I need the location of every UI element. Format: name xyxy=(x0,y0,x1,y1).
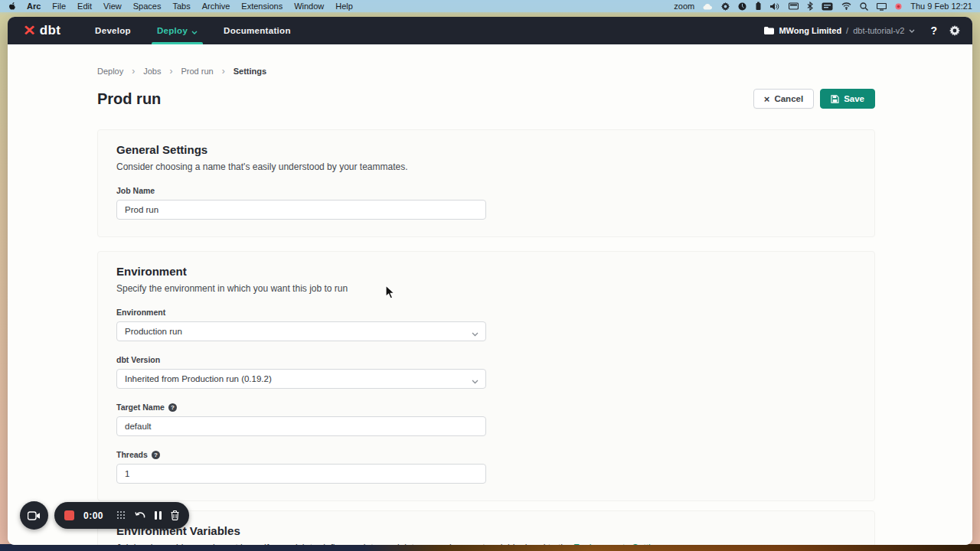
save-button[interactable]: Save xyxy=(820,89,875,109)
nav-deploy-label: Deploy xyxy=(157,26,188,35)
chevron-down-icon xyxy=(472,329,479,338)
breadcrumb: Deploy › Jobs › Prod run › Settings xyxy=(97,44,875,76)
do-not-disturb-icon[interactable] xyxy=(738,2,746,11)
target-name-help-icon[interactable]: ? xyxy=(168,403,177,412)
dbt-brand-name: dbt xyxy=(40,23,60,38)
cloud-icon[interactable] xyxy=(703,2,713,11)
account-switcher[interactable]: MWong Limited / dbt-tutorial-v2 xyxy=(764,26,915,35)
target-name-value: default xyxy=(125,422,152,431)
job-name-label: Job Name xyxy=(116,186,155,195)
environment-select-value: Production run xyxy=(125,327,182,336)
environment-variables-card: Environment Variables Job level override… xyxy=(97,510,875,545)
general-settings-description: Consider choosing a name that's easily u… xyxy=(116,161,856,172)
account-project: dbt-tutorial-v2 xyxy=(853,26,904,35)
dbt-version-value: Inherited from Production run (0.19.2) xyxy=(125,374,272,383)
environment-variables-description: Job level overrides can be set here. If … xyxy=(116,543,856,545)
target-name-input[interactable]: default xyxy=(116,416,486,436)
target-name-label: Target Name xyxy=(116,403,165,412)
general-settings-card: General Settings Consider choosing a nam… xyxy=(97,129,875,237)
save-button-label: Save xyxy=(844,94,864,103)
environment-description: Specify the environment in which you wan… xyxy=(116,283,856,294)
menubar-app-name[interactable]: Arc xyxy=(27,2,41,11)
dbt-brand[interactable]: ✕ dbt xyxy=(23,23,60,38)
gear-status-icon[interactable] xyxy=(721,2,730,11)
input-source-icon[interactable] xyxy=(822,2,833,11)
desktop-screen: Arc File Edit View Spaces Tabs Archive E… xyxy=(0,0,980,551)
menubar-clock[interactable]: Thu 9 Feb 12:21 xyxy=(910,2,972,11)
environment-select[interactable]: Production run xyxy=(116,321,486,341)
camera-toggle-button[interactable] xyxy=(20,501,48,530)
menubar-item-file[interactable]: File xyxy=(52,2,66,11)
environment-heading: Environment xyxy=(116,265,856,278)
page-title: Prod run xyxy=(97,90,161,108)
dbt-version-select[interactable]: Inherited from Production run (0.19.2) xyxy=(116,369,486,389)
nav-deploy[interactable]: Deploy xyxy=(144,17,211,44)
breadcrumb-prod-run[interactable]: Prod run xyxy=(181,67,214,76)
sidecar-icon[interactable] xyxy=(877,2,887,11)
chevron-down-icon xyxy=(909,26,915,35)
bluetooth-icon[interactable] xyxy=(807,2,813,11)
nav-develop-label: Develop xyxy=(95,26,131,35)
chevron-right-icon: › xyxy=(132,67,135,76)
environments-settings-link[interactable]: Environments Settings xyxy=(573,543,665,545)
breadcrumb-jobs[interactable]: Jobs xyxy=(143,67,161,76)
folder-icon xyxy=(764,26,774,35)
threads-value: 1 xyxy=(125,469,129,478)
nav-documentation-label: Documentation xyxy=(224,26,291,35)
apple-menu-icon[interactable] xyxy=(8,2,15,11)
menubar-item-spaces[interactable]: Spaces xyxy=(133,2,162,11)
menubar-item-window[interactable]: Window xyxy=(294,2,324,11)
battery-icon[interactable] xyxy=(755,2,762,11)
dbt-logo-icon: ✕ xyxy=(23,24,36,37)
dbt-app-header: ✕ dbt Develop Deploy Documentation xyxy=(8,17,972,44)
threads-label: Threads xyxy=(116,450,148,459)
video-camera-icon xyxy=(28,511,41,520)
menubar-item-edit[interactable]: Edit xyxy=(77,2,92,11)
environment-variables-heading: Environment Variables xyxy=(116,524,856,537)
cancel-button-label: Cancel xyxy=(774,94,803,103)
delete-recording-icon[interactable] xyxy=(171,510,179,520)
save-icon xyxy=(831,94,839,103)
chevron-right-icon: › xyxy=(222,67,225,76)
menubar-zoom-label[interactable]: zoom xyxy=(674,2,694,11)
settings-gear-icon[interactable] xyxy=(949,25,960,36)
menubar-item-tabs[interactable]: Tabs xyxy=(172,2,190,11)
search-icon[interactable] xyxy=(860,2,868,11)
dbt-version-label: dbt Version xyxy=(116,355,160,364)
account-separator: / xyxy=(846,26,848,35)
threads-help-icon[interactable]: ? xyxy=(152,451,160,459)
wifi-icon[interactable] xyxy=(841,2,851,11)
display-settings-icon[interactable] xyxy=(789,2,799,11)
recording-timer: 0:00 xyxy=(83,510,103,521)
settings-page: Deploy › Jobs › Prod run › Settings Prod… xyxy=(8,44,972,545)
help-icon[interactable]: ? xyxy=(930,24,937,37)
pause-recording-icon[interactable] xyxy=(155,511,162,520)
menubar-item-archive[interactable]: Archive xyxy=(202,2,230,11)
main-nav: Develop Deploy Documentation xyxy=(82,17,304,44)
threads-input[interactable]: 1 xyxy=(116,464,486,484)
record-status-icon[interactable] xyxy=(895,2,902,11)
general-settings-heading: General Settings xyxy=(116,143,856,156)
nav-develop[interactable]: Develop xyxy=(82,17,144,44)
close-icon: × xyxy=(764,94,770,104)
menubar-item-help[interactable]: Help xyxy=(335,2,353,11)
menubar-item-view[interactable]: View xyxy=(103,2,122,11)
env-vars-desc-text: Job level overrides can be set here. If … xyxy=(116,543,573,545)
environment-select-label: Environment xyxy=(116,308,165,317)
volume-icon[interactable] xyxy=(770,2,780,11)
drag-handle-icon[interactable] xyxy=(117,511,126,520)
menubar-item-extensions[interactable]: Extensions xyxy=(241,2,283,11)
recording-toolbar: 0:00 xyxy=(54,502,189,529)
nav-documentation[interactable]: Documentation xyxy=(211,17,304,44)
breadcrumb-deploy[interactable]: Deploy xyxy=(97,67,123,76)
chevron-down-icon xyxy=(191,27,198,36)
macos-menubar: Arc File Edit View Spaces Tabs Archive E… xyxy=(0,0,980,12)
desktop-wallpaper-strip xyxy=(0,544,980,551)
job-name-value: Prod run xyxy=(125,205,158,214)
env-vars-desc-period: . xyxy=(665,543,668,545)
job-name-input[interactable]: Prod run xyxy=(116,200,486,220)
restart-recording-icon[interactable] xyxy=(135,511,145,520)
chevron-down-icon xyxy=(472,377,479,386)
cancel-button[interactable]: × Cancel xyxy=(753,89,814,109)
stop-recording-button[interactable] xyxy=(64,510,74,520)
